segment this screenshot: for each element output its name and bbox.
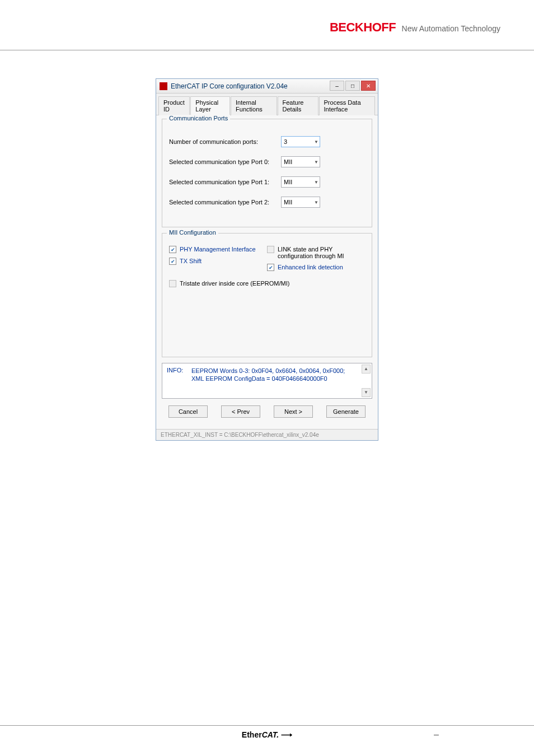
mii-configuration-group: MII Configuration PHY Management Interfa…: [162, 233, 372, 357]
mii-col-right: LINK state and PHY configuration through…: [267, 241, 365, 276]
close-button[interactable]: ✕: [361, 81, 376, 91]
tab-bar: Product ID Physical Layer Internal Funct…: [156, 94, 378, 115]
prev-button[interactable]: < Prev: [221, 405, 260, 418]
logo-suffix: CAT.: [262, 730, 279, 739]
status-bar: ETHERCAT_XIL_INST = C:\BECKHOFF\ethercat…: [156, 429, 378, 440]
scroll-down-icon[interactable]: ▼: [362, 388, 371, 397]
combo-port2[interactable]: MII ▼: [281, 197, 320, 208]
row-link-phy: LINK state and PHY configuration through…: [267, 246, 365, 259]
row-tristate: Tristate driver inside core (EEPROM/MI): [169, 280, 365, 287]
button-row-inner: Cancel < Prev Next > Generate: [168, 405, 366, 418]
next-button[interactable]: Next >: [274, 405, 313, 418]
info-scrollbar[interactable]: ▲ ▼: [362, 365, 371, 397]
combo-port0[interactable]: MII ▼: [281, 156, 320, 167]
minimize-button[interactable]: –: [330, 81, 344, 91]
footer-inner: EtherCAT. ⟶ –: [0, 730, 534, 739]
status-text: ETHERCAT_XIL_INST = C:\BECKHOFF\ethercat…: [161, 432, 319, 438]
chevron-down-icon: ▼: [314, 180, 318, 185]
window-buttons: – □ ✕: [329, 81, 376, 91]
combo-port2-value: MII: [284, 199, 292, 206]
info-line1: EEPROM Words 0-3: 0x0F04, 0x6604, 0x0064…: [191, 367, 367, 375]
titlebar[interactable]: EtherCAT IP Core configuration V2.04e – …: [156, 79, 378, 94]
group-title-mii: MII Configuration: [167, 229, 218, 236]
chevron-down-icon: ▼: [314, 139, 318, 144]
logo-prefix: Ether: [242, 730, 262, 739]
label-link-phy: LINK state and PHY configuration through…: [278, 246, 365, 259]
mii-columns: PHY Management Interface TX Shift LINK s…: [169, 241, 365, 276]
maximize-button[interactable]: □: [345, 81, 360, 91]
blank-area: [169, 292, 365, 347]
checkbox-enhanced[interactable]: [267, 264, 274, 271]
combo-num-ports-value: 3: [284, 138, 287, 145]
label-num-ports: Number of communication ports:: [169, 138, 281, 145]
info-line2: XML EEPROM ConfigData = 040F0466640000F0: [191, 375, 367, 382]
label-tx-shift: TX Shift: [180, 258, 202, 264]
info-box: INFO: EEPROM Words 0-3: 0x0F04, 0x6604, …: [162, 363, 372, 399]
ethercat-logo: EtherCAT. ⟶: [242, 730, 292, 739]
brand-logo: BECKHOFF: [330, 20, 396, 34]
document-footer: EtherCAT. ⟶ –: [0, 725, 534, 739]
combo-port1-value: MII: [284, 179, 292, 185]
tab-physical-layer[interactable]: Physical Layer: [190, 96, 230, 115]
mii-col-left: PHY Management Interface TX Shift: [169, 241, 267, 276]
combo-num-ports[interactable]: 3 ▼: [281, 136, 320, 147]
checkbox-link-phy: [267, 246, 274, 253]
communication-ports-group: Communication Ports Number of communicat…: [162, 119, 372, 227]
chevron-down-icon: ▼: [314, 200, 318, 205]
logo-arrow-icon: ⟶: [279, 730, 292, 739]
document-header: BECKHOFF New Automation Technology: [0, 0, 534, 50]
footer-dash: –: [434, 730, 439, 740]
content-area: EtherCAT IP Core configuration V2.04e – …: [0, 50, 534, 441]
app-icon: [160, 82, 167, 90]
row-tx-shift: TX Shift: [169, 258, 267, 265]
label-tristate: Tristate driver inside core (EEPROM/MI): [180, 280, 289, 287]
scroll-up-icon[interactable]: ▲: [362, 365, 371, 374]
label-port2: Selected communication type Port 2:: [169, 199, 281, 206]
combo-port1[interactable]: MII ▼: [281, 176, 320, 188]
tab-product-id[interactable]: Product ID: [158, 96, 190, 115]
label-phy-mgmt: PHY Management Interface: [180, 246, 256, 253]
checkbox-phy-mgmt[interactable]: [169, 246, 176, 253]
row-port1: Selected communication type Port 1: MII …: [169, 176, 365, 188]
label-enhanced: Enhanced link detection: [278, 264, 343, 270]
config-dialog: EtherCAT IP Core configuration V2.04e – …: [156, 78, 378, 441]
row-phy-mgmt: PHY Management Interface: [169, 246, 267, 253]
window-title: EtherCAT IP Core configuration V2.04e: [171, 82, 288, 90]
cancel-button[interactable]: Cancel: [168, 405, 208, 418]
tab-internal-functions[interactable]: Internal Functions: [231, 96, 277, 115]
info-label: INFO:: [167, 367, 183, 374]
button-row: Cancel < Prev Next > Generate: [162, 405, 372, 423]
tab-feature-details[interactable]: Feature Details: [278, 96, 318, 115]
label-port0: Selected communication type Port 0:: [169, 158, 281, 165]
combo-port0-value: MII: [284, 158, 292, 165]
checkbox-tx-shift[interactable]: [169, 258, 176, 265]
group-title-comm: Communication Ports: [167, 115, 230, 122]
chevron-down-icon: ▼: [314, 160, 318, 165]
row-port0: Selected communication type Port 0: MII …: [169, 156, 365, 167]
checkbox-tristate: [169, 280, 176, 287]
row-enhanced: Enhanced link detection: [267, 264, 365, 271]
row-num-ports: Number of communication ports: 3 ▼: [169, 136, 365, 147]
brand-tagline: New Automation Technology: [402, 24, 500, 33]
brand-block: BECKHOFF New Automation Technology: [330, 20, 500, 35]
row-port2: Selected communication type Port 2: MII …: [169, 197, 365, 208]
label-port1: Selected communication type Port 1:: [169, 179, 281, 185]
tab-panel: Communication Ports Number of communicat…: [156, 115, 378, 429]
tab-process-data-interface[interactable]: Process Data Interface: [319, 96, 375, 115]
generate-button[interactable]: Generate: [326, 405, 366, 418]
